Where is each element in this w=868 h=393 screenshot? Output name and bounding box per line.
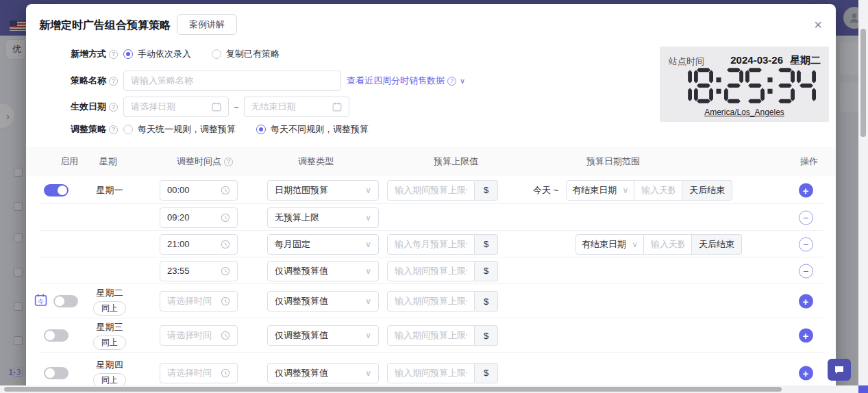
budget-group: 输入期间预算上限值$: [387, 261, 498, 281]
time-input[interactable]: 请选择时间: [160, 291, 238, 312]
strategy-name-input[interactable]: 请输入策略名称: [123, 71, 341, 91]
adjust-type-select[interactable]: 仅调整预算值∨: [267, 291, 379, 312]
currency-addon: $: [475, 234, 498, 255]
clock-colon: [715, 68, 722, 103]
support-fab-button[interactable]: [828, 359, 851, 381]
table-row: 今星期二同上请选择时间仅调整预算值∨输入期间预算上限值$+: [26, 284, 836, 318]
site-date: 2024-03-26星期二: [730, 54, 821, 67]
add-mode-label: 新增方式?: [36, 48, 118, 60]
radio-icon: [256, 125, 266, 134]
clock-digit: [745, 68, 765, 103]
budget-input[interactable]: 输入每月预算上限值: [387, 234, 475, 255]
enable-toggle[interactable]: [44, 184, 69, 196]
currency-addon: $: [475, 363, 498, 383]
scrollbar-corner: [858, 385, 868, 393]
svg-text:今: 今: [38, 298, 44, 305]
time-input[interactable]: 00:00: [160, 180, 238, 201]
toggle-knob: [55, 296, 64, 306]
help-icon[interactable]: ?: [224, 157, 233, 166]
radio-uniform-rule[interactable]: 每天统一规则，调整预算: [123, 123, 236, 136]
time-input[interactable]: 09:20: [160, 207, 238, 228]
clock-digit: [797, 68, 816, 103]
chevron-down-icon: ∨: [365, 186, 371, 195]
currency-addon: $: [475, 325, 498, 346]
timezone-label[interactable]: America/Los_Angeles: [660, 107, 829, 117]
time-input[interactable]: 21:00: [160, 234, 238, 255]
help-icon[interactable]: ?: [109, 103, 118, 112]
chevron-down-icon: ∨: [365, 368, 371, 378]
help-icon[interactable]: ?: [109, 125, 118, 134]
radio-icon: [123, 125, 133, 134]
adjust-type-select[interactable]: 仅调整预算值∨: [267, 261, 379, 281]
add-row-button[interactable]: +: [799, 183, 813, 197]
radio-different-rule[interactable]: 每天不同规则，调整预算: [256, 123, 369, 136]
modal-title: 新增定时广告组合预算策略: [39, 18, 171, 33]
table-header-1: 星期: [99, 155, 117, 168]
chevron-down-icon: ∨: [365, 296, 371, 306]
calendar-today-icon[interactable]: 今: [34, 294, 47, 309]
table-header-6: 操作: [800, 155, 818, 168]
end-date-select[interactable]: 有结束日期∨: [575, 234, 644, 255]
days-input[interactable]: 输入天数: [644, 234, 692, 255]
clock-icon: [221, 296, 230, 306]
adjust-type-select[interactable]: 日期范围预算∨: [267, 180, 379, 201]
budget-input[interactable]: 输入期间预算上限值: [387, 325, 475, 346]
close-icon[interactable]: ×: [810, 16, 826, 33]
time-input[interactable]: 23:55: [160, 261, 238, 281]
vertical-scrollbar-thumb[interactable]: [860, 29, 866, 137]
adjust-type-select[interactable]: 仅调整预算值∨: [267, 363, 379, 383]
budget-input[interactable]: 输入期间预算上限值: [387, 180, 475, 201]
end-date-select[interactable]: 有结束日期∨: [566, 180, 634, 201]
enable-toggle[interactable]: [53, 295, 78, 307]
time-input[interactable]: 请选择时间: [160, 363, 238, 383]
clock-icon: [221, 331, 230, 340]
radio-manual-entry[interactable]: 手动依次录入: [123, 48, 191, 60]
toggle-knob: [45, 331, 55, 340]
enable-toggle[interactable]: [44, 329, 69, 342]
help-icon[interactable]: ?: [447, 77, 456, 86]
effective-date-label: 生效日期?: [36, 101, 118, 113]
radio-copy-existing[interactable]: 复制已有策略: [212, 48, 280, 60]
toggle-knob: [58, 186, 67, 195]
adjust-strategy-label: 调整策略?: [36, 123, 118, 136]
adjust-type-select[interactable]: 无预算上限∨: [267, 207, 379, 228]
budget-input[interactable]: 输入期间预算上限值: [387, 291, 475, 312]
clock-digit: [694, 68, 713, 103]
horizontal-scrollbar-thumb[interactable]: [4, 387, 782, 392]
table-header-3: 调整类型: [298, 155, 334, 168]
end-date-input[interactable]: 无结束日期: [244, 97, 349, 117]
budget-date-range-group: 今天 ~有结束日期∨输入天数天后结束: [533, 180, 732, 201]
budget-input[interactable]: 输入期间预算上限值: [387, 363, 475, 383]
enable-toggle[interactable]: [44, 367, 69, 379]
start-date-input[interactable]: 请选择日期: [123, 97, 229, 117]
weekday-label: 星期三同上: [84, 321, 136, 350]
add-row-button[interactable]: +: [799, 329, 813, 343]
help-icon[interactable]: ?: [109, 77, 118, 86]
chevron-down-icon: ∨: [365, 331, 371, 340]
budget-input[interactable]: 输入期间预算上限值: [387, 261, 475, 281]
clock-icon: [221, 213, 230, 223]
currency-addon: $: [475, 291, 498, 312]
currency-addon: $: [475, 261, 498, 281]
clock-digit: [776, 68, 795, 103]
weekday-label: 星期四同上: [84, 359, 136, 388]
sales-data-link[interactable]: 查看近四周分时销售数据?∨: [347, 75, 465, 87]
help-icon[interactable]: ?: [109, 50, 118, 59]
table-row: 星期一00:00日期范围预算∨输入期间预算上限值$今天 ~有结束日期∨输入天数天…: [26, 176, 836, 204]
time-input[interactable]: 请选择时间: [160, 325, 238, 346]
days-input[interactable]: 输入天数: [634, 180, 682, 201]
adjust-type-select[interactable]: 每月固定∨: [267, 234, 379, 255]
adjust-type-select[interactable]: 仅调整预算值∨: [267, 325, 379, 346]
add-row-button[interactable]: +: [799, 294, 813, 309]
case-explain-button[interactable]: 案例讲解: [177, 14, 237, 35]
add-strategy-modal: 新增定时广告组合预算策略 案例讲解 × 新增方式? 手动依次录入 复制已有策略 …: [26, 4, 836, 393]
remove-row-button[interactable]: −: [799, 264, 813, 278]
remove-row-button[interactable]: −: [799, 237, 813, 251]
table-header-2: 调整时间点?: [177, 155, 233, 168]
add-row-button[interactable]: +: [799, 366, 813, 380]
clock-display: [660, 68, 829, 103]
remove-row-button[interactable]: −: [799, 210, 813, 225]
clock-digit: [673, 68, 692, 103]
budget-group: 输入每月预算上限值$: [387, 234, 498, 255]
table-header-5: 预算日期范围: [586, 155, 640, 168]
